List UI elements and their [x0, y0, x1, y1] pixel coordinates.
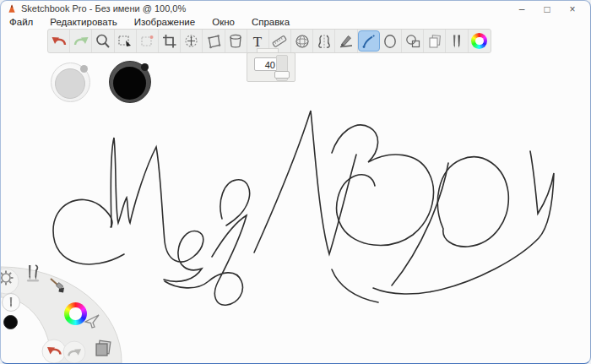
mini-pencil-icon: [6, 296, 16, 308]
mini-brush-puck[interactable]: [2, 293, 20, 312]
settings-gear-icon[interactable]: [0, 269, 14, 290]
lagoon-redo-icon[interactable]: [66, 345, 83, 364]
lagoon-palette: [1, 241, 144, 363]
mini-color-puck[interactable]: [3, 315, 18, 329]
paintbrush-icon[interactable]: [47, 275, 68, 299]
app-window: Sketchbook Pro - Без имени @ 100,0% – □ …: [0, 0, 591, 364]
layers-icon[interactable]: [92, 338, 114, 363]
lagoon-undo-icon[interactable]: [46, 343, 63, 363]
brush-pencil-tools-icon[interactable]: [24, 263, 43, 286]
transform-arrow-icon[interactable]: [82, 310, 102, 334]
